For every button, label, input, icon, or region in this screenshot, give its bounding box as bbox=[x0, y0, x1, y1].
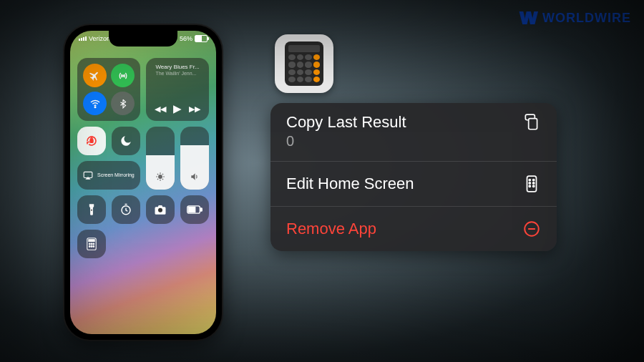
camera-button[interactable] bbox=[146, 195, 175, 224]
timer-button[interactable] bbox=[112, 195, 140, 224]
volume-slider[interactable] bbox=[180, 127, 209, 190]
svg-point-20 bbox=[91, 246, 92, 248]
calculator-button[interactable] bbox=[77, 230, 106, 258]
svg-point-7 bbox=[159, 175, 162, 179]
cellular-data-toggle[interactable] bbox=[111, 64, 135, 87]
media-title: Weary Blues Fr... bbox=[155, 64, 199, 71]
svg-rect-13 bbox=[188, 207, 195, 212]
edit-home-screen-label: Edit Home Screen bbox=[286, 175, 414, 193]
brightness-slider[interactable] bbox=[146, 127, 175, 190]
screen-mirroring-button[interactable]: Screen Mirroring bbox=[77, 161, 140, 190]
brightness-icon bbox=[155, 172, 165, 184]
svg-point-25 bbox=[533, 180, 535, 181]
svg-rect-23 bbox=[527, 176, 537, 192]
wifi-toggle[interactable] bbox=[83, 92, 107, 115]
svg-point-10 bbox=[158, 208, 162, 212]
homescreen-icon bbox=[522, 175, 541, 193]
context-menu-panel: Copy Last Result 0 Edit Home Screen Remo… bbox=[270, 34, 557, 251]
svg-point-17 bbox=[91, 243, 92, 245]
airplane-mode-toggle[interactable] bbox=[83, 64, 107, 87]
remove-icon bbox=[522, 220, 541, 238]
do-not-disturb-toggle[interactable] bbox=[112, 127, 140, 155]
low-power-mode-toggle[interactable] bbox=[180, 195, 209, 224]
logo-mark-icon: W bbox=[519, 7, 538, 29]
volume-icon bbox=[190, 172, 200, 184]
svg-point-16 bbox=[89, 243, 90, 245]
svg-rect-22 bbox=[529, 119, 537, 129]
orientation-lock-toggle[interactable] bbox=[77, 127, 106, 155]
screen-mirroring-label: Screen Mirroring bbox=[97, 172, 135, 178]
svg-point-26 bbox=[529, 182, 530, 184]
flashlight-button[interactable] bbox=[77, 195, 106, 224]
svg-rect-15 bbox=[89, 240, 94, 242]
svg-point-28 bbox=[529, 185, 530, 187]
svg-point-27 bbox=[533, 182, 535, 184]
logo-text: WORLDWIRE bbox=[542, 11, 631, 26]
media-artist: The Wailin' Jenn... bbox=[155, 71, 199, 77]
battery-icon bbox=[195, 35, 208, 42]
context-menu: Copy Last Result 0 Edit Home Screen Remo… bbox=[270, 103, 557, 251]
svg-point-4 bbox=[94, 106, 96, 107]
remove-app-item[interactable]: Remove App bbox=[270, 206, 557, 251]
svg-point-21 bbox=[93, 246, 94, 248]
copy-icon bbox=[522, 113, 541, 132]
svg-point-29 bbox=[533, 185, 535, 187]
svg-point-19 bbox=[89, 246, 90, 248]
next-track-icon[interactable]: ▶▶ bbox=[189, 104, 200, 114]
svg-point-8 bbox=[91, 210, 92, 211]
last-result-value: 0 bbox=[286, 133, 406, 150]
carrier-label: Verizon bbox=[89, 35, 110, 42]
svg-rect-12 bbox=[200, 208, 202, 211]
logo: W WORLDWIRE bbox=[519, 7, 631, 29]
svg-rect-5 bbox=[90, 140, 93, 143]
svg-point-3 bbox=[122, 75, 124, 77]
remove-app-label: Remove App bbox=[286, 220, 376, 238]
edit-home-screen-item[interactable]: Edit Home Screen bbox=[270, 161, 557, 206]
iphone-screen: Verizon 56% bbox=[70, 31, 216, 334]
signal-icon bbox=[79, 36, 87, 41]
previous-track-icon[interactable]: ◀◀ bbox=[155, 104, 166, 114]
copy-last-result-item[interactable]: Copy Last Result 0 bbox=[270, 103, 557, 161]
battery-pct-label: 56% bbox=[180, 35, 192, 42]
copy-last-result-label: Copy Last Result bbox=[286, 113, 406, 132]
connectivity-group bbox=[77, 58, 140, 121]
calculator-app-icon[interactable] bbox=[275, 34, 333, 93]
notch bbox=[109, 31, 177, 47]
play-icon[interactable]: ▶ bbox=[173, 102, 182, 115]
iphone-frame: Verizon 56% bbox=[64, 25, 222, 340]
svg-point-24 bbox=[529, 180, 530, 181]
control-center: Weary Blues Fr... The Wailin' Jenn... ◀◀… bbox=[77, 58, 209, 327]
media-controls[interactable]: Weary Blues Fr... The Wailin' Jenn... ◀◀… bbox=[146, 58, 209, 121]
svg-point-18 bbox=[93, 243, 94, 245]
bluetooth-toggle[interactable] bbox=[111, 92, 135, 115]
